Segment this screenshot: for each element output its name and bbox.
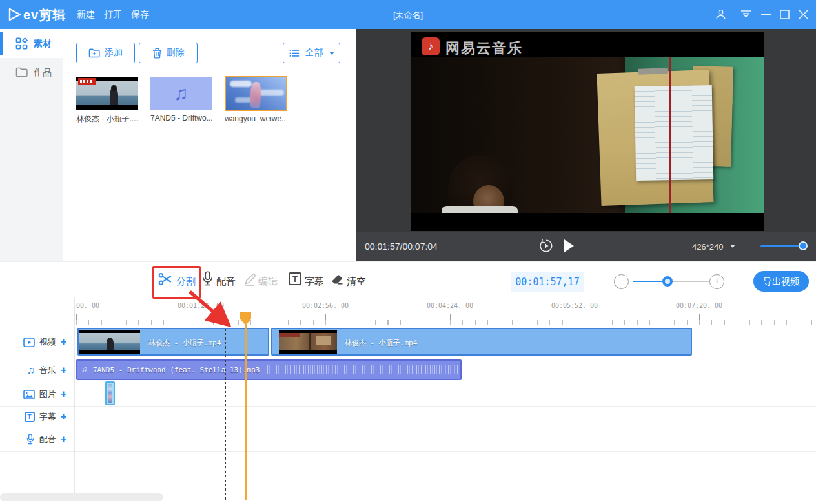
music-clip[interactable]: ♫ 7AND5 - Driftwood (feat. Stella 13).mp… xyxy=(76,359,462,380)
audio-waveform xyxy=(267,365,458,374)
split-button[interactable]: 分割 xyxy=(176,276,196,288)
music-track-icon: ♫ xyxy=(27,365,35,376)
boy-shirt xyxy=(442,206,518,213)
menu-save[interactable]: 保存 xyxy=(131,9,149,21)
track-label: 配音 xyxy=(39,434,56,445)
add-material-button[interactable]: 添加 xyxy=(76,43,135,63)
list-filter-icon xyxy=(289,49,300,57)
ruler-label: 00:05:52, 00 xyxy=(551,302,598,309)
material-library-panel: 添加 删除 全部 林俊杰 - 小瓶子.... xyxy=(63,29,356,261)
folder-add-icon xyxy=(88,48,100,58)
clear-button[interactable]: 清空 xyxy=(347,276,366,288)
zoom-out-button[interactable]: − xyxy=(614,274,629,289)
add-to-video-track-button[interactable]: + xyxy=(61,337,66,347)
split-position-guide-line xyxy=(225,321,226,500)
track-header-video: 视频 + xyxy=(0,327,74,358)
zoom-in-button[interactable]: + xyxy=(709,274,724,289)
volume-slider-handle[interactable] xyxy=(799,241,808,250)
filter-selected-value: 全部 xyxy=(305,47,323,59)
video-clip-2[interactable]: 林俊杰 - 小瓶子.mp4 xyxy=(271,328,692,356)
trash-icon xyxy=(152,48,162,59)
menu-open[interactable]: 打开 xyxy=(104,9,122,21)
badge-marks xyxy=(80,80,93,83)
track-label: 图片 xyxy=(39,388,56,400)
clip-name: 林俊杰 - 小瓶子.mp4 xyxy=(148,338,221,348)
video-frame: ♪ 网易云音乐 xyxy=(411,32,764,231)
thumb-logo-badge xyxy=(78,78,96,85)
microphone-icon[interactable] xyxy=(201,271,214,287)
sidebar-tab-works[interactable]: 作品 xyxy=(0,58,63,87)
app-window: ev剪辑 新建 打开 保存 [未命名] 素材 xyxy=(0,0,816,504)
resolution-caret-icon[interactable] xyxy=(730,245,735,248)
sidebar-tab-materials[interactable]: 素材 xyxy=(0,29,63,58)
track-header-dub: 配音 + xyxy=(0,428,74,451)
loop-play-icon[interactable] xyxy=(538,238,554,254)
timeline-panel: 00, 00 00:01:28, 00 00:02:56, 00 00:04:2… xyxy=(0,297,816,504)
horizontal-scrollbar-thumb[interactable] xyxy=(0,493,163,501)
thumb-wall xyxy=(316,336,331,345)
material-card-image[interactable] xyxy=(225,76,287,111)
current-timecode-box[interactable]: 00:01:57,17 xyxy=(511,272,584,292)
ruler-label: 00, 00 xyxy=(76,302,99,309)
app-logo-icon xyxy=(7,7,22,22)
close-button[interactable] xyxy=(799,10,808,19)
t-glyph: T xyxy=(292,274,298,284)
logo-note-glyph: ♪ xyxy=(428,40,434,53)
ruler-label: 00:07:20, 00 xyxy=(676,302,722,309)
video-clip-1[interactable]: 林俊杰 - 小瓶子.mp4 xyxy=(77,328,269,356)
video-thumb-scene xyxy=(76,81,138,105)
play-button[interactable] xyxy=(564,239,574,252)
clip-name: 7AND5 - Driftwood (feat. Stella 13).mp3 xyxy=(93,366,260,374)
add-to-music-track-button[interactable]: + xyxy=(61,365,66,376)
material-name-image: wangyou_weiwe... xyxy=(225,114,287,123)
picture-clip[interactable] xyxy=(105,381,115,405)
menu-new[interactable]: 新建 xyxy=(77,9,95,21)
scissors-icon[interactable] xyxy=(158,272,173,287)
timeline-zoom-handle[interactable] xyxy=(662,276,673,287)
plus-glyph: + xyxy=(714,276,719,286)
subtitle-track-icon: T xyxy=(25,412,35,422)
export-video-button[interactable]: 导出视频 xyxy=(753,271,809,292)
track-column-divider xyxy=(74,297,75,493)
pencil-icon[interactable] xyxy=(243,272,257,286)
dub-button[interactable]: 配音 xyxy=(216,276,236,288)
maximize-button[interactable] xyxy=(780,10,790,19)
music-note-icon: ♫ xyxy=(174,83,189,105)
ruler-label: 00:04:24, 00 xyxy=(427,302,473,309)
netease-logo-icon: ♪ xyxy=(422,37,440,55)
row-separator xyxy=(0,358,816,358)
material-card-audio[interactable]: ♫ xyxy=(150,77,212,110)
watermark-text: 网易云音乐 xyxy=(445,39,523,58)
row-separator xyxy=(0,406,816,407)
active-tab-indicator xyxy=(0,32,3,55)
material-name-video: 林俊杰 - 小瓶子.... xyxy=(76,114,138,125)
resolution-value[interactable]: 426*240 xyxy=(692,242,723,252)
add-to-picture-track-button[interactable]: + xyxy=(61,389,66,399)
figure-shape xyxy=(250,82,261,108)
clip-thumbnail xyxy=(279,330,337,354)
subtitle-t-icon[interactable]: T xyxy=(289,272,301,285)
ruler-label: 00:02:56, 00 xyxy=(302,302,349,309)
works-folder-icon xyxy=(15,66,28,77)
title-bar: ev剪辑 新建 打开 保存 [未命名] xyxy=(0,0,816,29)
add-to-dub-track-button[interactable]: + xyxy=(61,434,66,445)
picture-track-icon xyxy=(23,390,35,399)
eraser-icon[interactable] xyxy=(330,272,344,286)
delete-button-label: 删除 xyxy=(167,47,185,59)
video-content xyxy=(411,57,764,213)
material-card-video[interactable] xyxy=(76,77,138,110)
thumb-pole xyxy=(309,333,311,350)
minimize-button[interactable] xyxy=(761,14,771,15)
edit-button[interactable]: 编辑 xyxy=(258,276,278,288)
feedback-menu-icon[interactable] xyxy=(740,10,752,19)
thumb-person-head xyxy=(111,85,117,91)
add-to-subtitle-track-button[interactable]: + xyxy=(61,412,66,422)
subtitle-button[interactable]: 字幕 xyxy=(305,276,324,288)
delete-material-button[interactable]: 删除 xyxy=(139,43,198,63)
add-button-label: 添加 xyxy=(105,47,123,59)
filter-dropdown[interactable]: 全部 xyxy=(283,43,340,63)
user-account-icon[interactable] xyxy=(715,8,727,21)
video-track-icon xyxy=(23,338,35,347)
picture-clip-thumb xyxy=(108,384,112,403)
materials-grid-icon xyxy=(15,37,28,50)
